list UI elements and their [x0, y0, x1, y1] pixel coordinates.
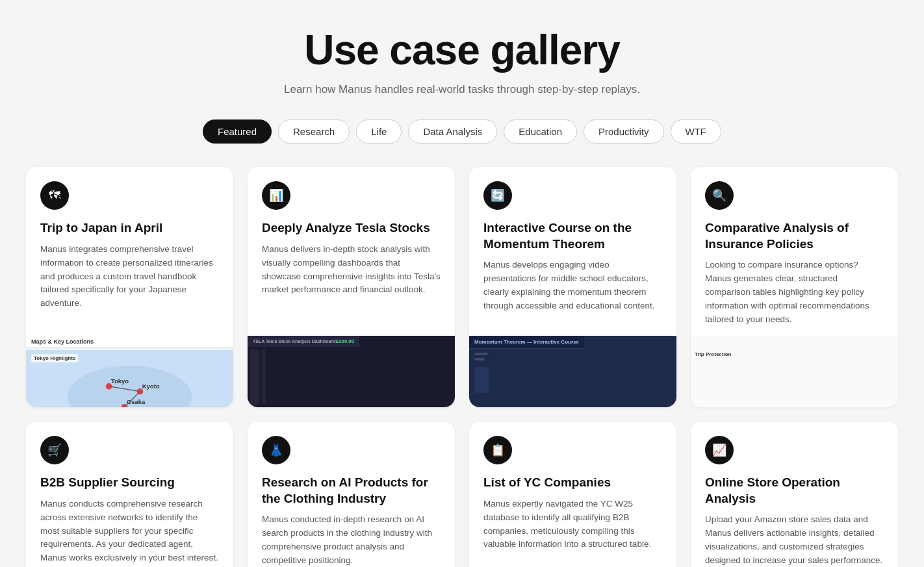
card-online-store[interactable]: 📈Online Store Operation AnalysisUpload y…	[691, 422, 898, 567]
card-body-ai-clothing: 👗Research on AI Products for the Clothin…	[248, 422, 455, 567]
card-title-insurance: Comparative Analysis of Insurance Polici…	[705, 220, 884, 252]
tab-data-analysis[interactable]: Data Analysis	[408, 120, 497, 144]
card-preview-japan-trip: Maps & Key Locations Tokyo Kyoto Osaka	[26, 336, 233, 407]
page-subtitle: Learn how Manus handles real-world tasks…	[26, 83, 898, 96]
card-tesla-stocks[interactable]: 📊Deeply Analyze Tesla StocksManus delive…	[248, 167, 455, 407]
card-title-yc-companies: List of YC Companies	[483, 475, 662, 491]
card-icon-momentum-course: 🔄	[483, 181, 512, 210]
tab-education[interactable]: Education	[504, 120, 577, 144]
svg-text:Tokyo: Tokyo	[111, 377, 129, 384]
card-desc-ai-clothing: Manus conducted in-depth research on AI …	[262, 513, 441, 567]
card-body-yc-companies: 📋List of YC CompaniesManus expertly navi…	[469, 422, 676, 567]
card-body-tesla-stocks: 📊Deeply Analyze Tesla StocksManus delive…	[248, 167, 455, 336]
tab-productivity[interactable]: Productivity	[584, 120, 664, 144]
card-desc-yc-companies: Manus expertly navigated the YC W25 data…	[483, 498, 662, 552]
card-momentum-course[interactable]: 🔄Interactive Course on the Momentum Theo…	[469, 167, 676, 407]
card-ai-clothing[interactable]: 👗Research on AI Products for the Clothin…	[248, 422, 455, 567]
card-japan-trip[interactable]: 🗺Trip to Japan in AprilManus integrates …	[26, 167, 233, 407]
page-header: Use case gallery Learn how Manus handles…	[26, 26, 898, 96]
card-title-momentum-course: Interactive Course on the Momentum Theor…	[483, 220, 662, 252]
card-title-tesla-stocks: Deeply Analyze Tesla Stocks	[262, 220, 441, 236]
card-preview-tesla-stocks: TSLA Tesla Stock Analysis Dashboard $200…	[248, 336, 455, 407]
tab-wtf[interactable]: WTF	[671, 120, 721, 144]
card-icon-online-store: 📈	[705, 436, 734, 464]
tab-research[interactable]: Research	[278, 120, 350, 144]
card-title-b2b-sourcing: B2B Supplier Sourcing	[40, 475, 219, 491]
card-title-japan-trip: Trip to Japan in April	[40, 220, 219, 236]
card-body-b2b-sourcing: 🛒B2B Supplier SourcingManus conducts com…	[26, 422, 233, 567]
card-icon-tesla-stocks: 📊	[262, 181, 290, 210]
card-b2b-sourcing[interactable]: 🛒B2B Supplier SourcingManus conducts com…	[26, 422, 233, 567]
card-preview-momentum-course: Momentum Theorem — Interactive Course	[469, 336, 676, 407]
gallery-grid: 🗺Trip to Japan in AprilManus integrates …	[26, 167, 898, 567]
card-icon-ai-clothing: 👗	[262, 436, 290, 464]
card-desc-b2b-sourcing: Manus conducts comprehensive research ac…	[40, 498, 219, 566]
card-insurance[interactable]: 🔍Comparative Analysis of Insurance Polic…	[691, 167, 898, 407]
tab-life[interactable]: Life	[356, 120, 402, 144]
card-desc-momentum-course: Manus develops engaging video presentati…	[483, 258, 662, 313]
card-title-ai-clothing: Research on AI Products for the Clothing…	[262, 475, 441, 507]
card-yc-companies[interactable]: 📋List of YC CompaniesManus expertly navi…	[469, 422, 676, 567]
card-icon-japan-trip: 🗺	[40, 181, 69, 210]
card-desc-insurance: Looking to compare insurance options? Ma…	[705, 258, 884, 327]
preview-map-header: Maps & Key Locations	[26, 336, 233, 348]
card-desc-online-store: Upload your Amazon store sales data and …	[705, 513, 884, 567]
page-wrapper: Use case gallery Learn how Manus handles…	[0, 0, 924, 567]
category-tabs: FeaturedResearchLifeData AnalysisEducati…	[26, 120, 898, 144]
card-preview-insurance: Trip Protection	[691, 336, 898, 407]
card-icon-b2b-sourcing: 🛒	[40, 436, 69, 464]
card-body-insurance: 🔍Comparative Analysis of Insurance Polic…	[691, 167, 898, 336]
card-title-online-store: Online Store Operation Analysis	[705, 475, 884, 507]
card-body-online-store: 📈Online Store Operation AnalysisUpload y…	[691, 422, 898, 567]
svg-text:Kyoto: Kyoto	[142, 383, 160, 390]
tab-featured[interactable]: Featured	[203, 120, 272, 144]
card-body-japan-trip: 🗺Trip to Japan in AprilManus integrates …	[26, 167, 233, 336]
page-title: Use case gallery	[26, 26, 898, 74]
card-desc-japan-trip: Manus integrates comprehensive travel in…	[40, 243, 219, 311]
card-icon-yc-companies: 📋	[483, 436, 512, 464]
card-desc-tesla-stocks: Manus delivers in-depth stock analysis w…	[262, 243, 441, 297]
svg-text:Osaka: Osaka	[127, 398, 146, 405]
card-icon-insurance: 🔍	[705, 181, 734, 210]
card-body-momentum-course: 🔄Interactive Course on the Momentum Theo…	[469, 167, 676, 336]
